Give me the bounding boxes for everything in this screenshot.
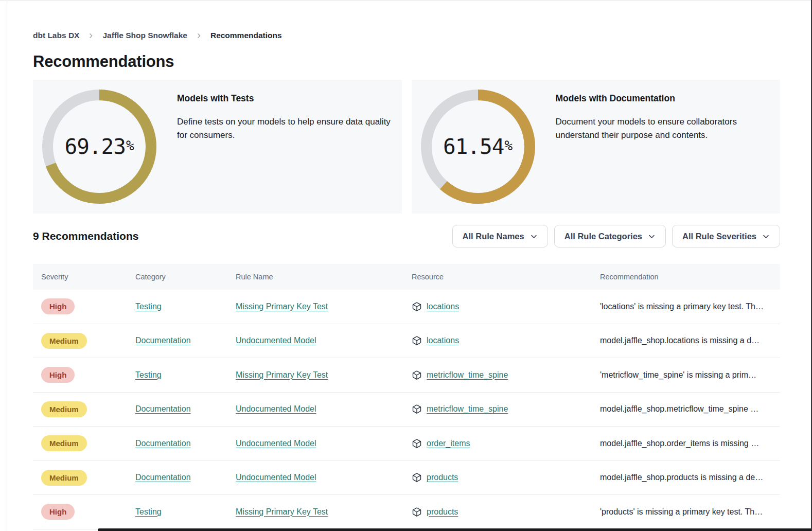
- table-row: MediumDocumentationUndocumented Modelmet…: [33, 393, 780, 427]
- chevron-right-icon: [87, 32, 94, 39]
- rule-name-link[interactable]: Undocumented Model: [236, 336, 316, 345]
- recommendation-text: 'products' is missing a primary key test…: [600, 507, 780, 517]
- metric-card: 69.23% Models with Tests Define tests on…: [33, 80, 402, 214]
- sidebar-edge-divider: [7, 0, 7, 531]
- rule-name-link[interactable]: Missing Primary Key Test: [236, 370, 328, 379]
- recommendation-text: 'metricflow_time_spine' is missing a pri…: [600, 370, 780, 380]
- table-row: HighTestingMissing Primary Key Testprodu…: [33, 495, 780, 529]
- category-link[interactable]: Testing: [135, 507, 162, 516]
- resource-link[interactable]: metricflow_time_spine: [427, 404, 508, 414]
- recommendation-text: model.jaffle_shop.order_items is missing…: [600, 439, 780, 448]
- rule-names-filter-dropdown[interactable]: All Rule Names: [452, 225, 548, 247]
- rule-severities-filter-dropdown[interactable]: All Rule Severities: [672, 225, 780, 247]
- breadcrumb-link-project[interactable]: Jaffle Shop Snowflake: [102, 31, 187, 40]
- model-cube-icon: [412, 302, 422, 312]
- metric-card-description: Document your models to ensure collabora…: [556, 115, 781, 142]
- rule-name-link[interactable]: Undocumented Model: [236, 404, 316, 413]
- model-cube-icon: [412, 472, 422, 483]
- category-link[interactable]: Documentation: [135, 473, 191, 482]
- model-cube-icon: [412, 370, 422, 380]
- table-row: MediumDocumentationUndocumented Modelord…: [33, 427, 780, 461]
- bottom-dark-bar: [98, 528, 811, 531]
- rule-categories-filter-dropdown[interactable]: All Rule Categories: [554, 225, 666, 247]
- window-top-border: [0, 0, 812, 1]
- table-row: MediumDocumentationUndocumented Modelpro…: [33, 461, 780, 495]
- recommendations-toolbar: 9 Recommendations All Rule Names All Rul…: [33, 225, 780, 247]
- tests-donut-chart: 69.23%: [42, 90, 156, 204]
- documentation-donut-chart: 61.54%: [421, 90, 535, 204]
- model-cube-icon: [412, 507, 422, 517]
- metric-card: 61.54% Models with Documentation Documen…: [412, 80, 781, 214]
- resource-link[interactable]: products: [427, 473, 458, 482]
- severity-badge: Medium: [41, 333, 87, 349]
- severity-badge: High: [41, 298, 75, 314]
- chevron-down-icon: [648, 233, 656, 240]
- resource-link[interactable]: products: [427, 507, 458, 517]
- category-link[interactable]: Documentation: [135, 404, 191, 413]
- recommendation-text: 'locations' is missing a primary key tes…: [600, 302, 780, 311]
- column-header-recommendation: Recommendation: [600, 273, 780, 281]
- resource-link[interactable]: metricflow_time_spine: [427, 370, 508, 380]
- filter-label: All Rule Severities: [682, 232, 756, 241]
- rule-name-link[interactable]: Missing Primary Key Test: [236, 507, 328, 516]
- severity-badge: High: [41, 367, 75, 383]
- category-link[interactable]: Testing: [135, 370, 162, 379]
- metric-cards-row: 69.23% Models with Tests Define tests on…: [33, 80, 780, 214]
- resource-link[interactable]: locations: [427, 302, 459, 311]
- metric-card-title: Models with Tests: [177, 93, 402, 104]
- filter-label: All Rule Categories: [564, 232, 642, 241]
- filter-label: All Rule Names: [463, 232, 524, 241]
- metric-card-description: Define tests on your models to help ensu…: [177, 115, 402, 142]
- page-title: Recommendations: [33, 52, 780, 71]
- resource-link[interactable]: locations: [427, 336, 459, 345]
- model-cube-icon: [412, 335, 422, 346]
- rule-name-link[interactable]: Undocumented Model: [236, 473, 316, 482]
- column-header-resource: Resource: [412, 273, 600, 281]
- category-link[interactable]: Documentation: [135, 336, 191, 345]
- recommendations-table-body: HighTestingMissing Primary Key Testlocat…: [33, 290, 780, 529]
- donut-percentage-label: 69.23%: [42, 90, 156, 204]
- recommendation-text: model.jaffle_shop.metricflow_time_spine …: [600, 404, 780, 414]
- severity-badge: Medium: [41, 435, 87, 451]
- recommendations-page: dbt Labs DX Jaffle Shop Snowflake Recomm…: [0, 31, 812, 529]
- severity-badge: Medium: [41, 401, 87, 417]
- recommendations-table: Severity Category Rule Name Resource Rec…: [33, 264, 780, 529]
- column-header-severity: Severity: [33, 273, 135, 281]
- breadcrumb: dbt Labs DX Jaffle Shop Snowflake Recomm…: [33, 31, 780, 40]
- rule-name-link[interactable]: Missing Primary Key Test: [236, 302, 328, 311]
- table-row: HighTestingMissing Primary Key Testlocat…: [33, 290, 780, 324]
- table-row: MediumDocumentationUndocumented Modelloc…: [33, 324, 780, 359]
- severity-badge: High: [41, 504, 75, 520]
- chevron-right-icon: [196, 32, 202, 39]
- model-cube-icon: [412, 438, 422, 449]
- breadcrumb-link-dbt-labs-dx[interactable]: dbt Labs DX: [33, 31, 79, 40]
- recommendation-text: model.jaffle_shop.products is missing a …: [600, 473, 780, 482]
- column-header-rule-name: Rule Name: [236, 273, 412, 281]
- recommendation-text: model.jaffle_shop.locations is missing a…: [600, 336, 780, 345]
- recommendations-count: 9 Recommendations: [33, 230, 138, 242]
- breadcrumb-current-page: Recommendations: [210, 31, 282, 40]
- chevron-down-icon: [762, 233, 770, 240]
- rule-name-link[interactable]: Undocumented Model: [236, 439, 316, 448]
- resource-link[interactable]: order_items: [427, 439, 470, 448]
- category-link[interactable]: Documentation: [135, 439, 191, 448]
- table-header-row: Severity Category Rule Name Resource Rec…: [33, 264, 780, 290]
- category-link[interactable]: Testing: [135, 302, 162, 311]
- metric-card-title: Models with Documentation: [556, 93, 781, 104]
- filter-group: All Rule Names All Rule Categories All R…: [452, 225, 780, 247]
- severity-badge: Medium: [41, 470, 87, 486]
- table-row: HighTestingMissing Primary Key Testmetri…: [33, 358, 780, 393]
- model-cube-icon: [412, 404, 422, 414]
- donut-percentage-label: 61.54%: [421, 90, 535, 204]
- chevron-down-icon: [530, 233, 538, 240]
- column-header-category: Category: [135, 273, 236, 281]
